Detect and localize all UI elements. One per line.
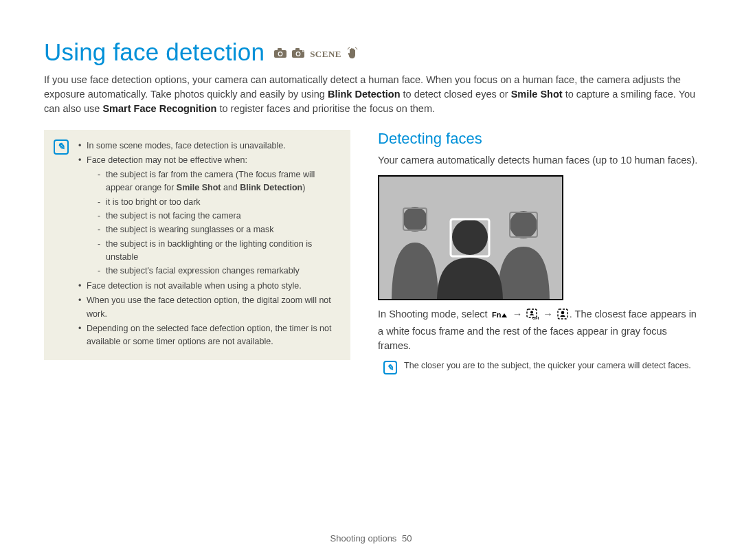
face-detect-icon (557, 309, 568, 324)
mode-icons-row: P SCENE (274, 47, 358, 62)
notes-box: ✎ In some scene modes, face detection is… (44, 130, 350, 360)
svg-point-3 (279, 52, 282, 55)
svg-text:Fn: Fn (492, 311, 502, 319)
note-subitem: the subject is not facing the camera (98, 210, 338, 223)
svg-point-10 (403, 207, 427, 232)
note-icon: ✎ (383, 361, 397, 374)
face-off-icon: OFF (526, 309, 539, 324)
note-item: In some scene modes, face detection is u… (78, 139, 338, 153)
note-item: Face detection is not available when usi… (78, 280, 338, 293)
svg-rect-1 (278, 48, 282, 51)
svg-point-12 (510, 211, 537, 238)
note-icon: ✎ (54, 139, 69, 155)
note-item: Face detection may not be effective when… (78, 154, 338, 278)
svg-point-21 (561, 311, 565, 314)
page-footer: Shooting options 50 (0, 533, 742, 544)
fn-up-icon: Fn (492, 309, 508, 324)
note-subitem: the subject is in backlighting or the li… (98, 238, 338, 265)
note-subitem: the subject's facial expression changes … (98, 265, 338, 278)
note-subitem: it is too bright or too dark (98, 196, 338, 209)
svg-text:OFF: OFF (532, 315, 539, 320)
page-title: Using face detection (44, 38, 265, 66)
svg-text:P: P (302, 49, 304, 53)
svg-point-7 (297, 52, 300, 55)
note-subitem: the subject is far from the camera (The … (98, 168, 338, 195)
section-intro: Your camera automatically detects human … (378, 153, 701, 168)
tip-text: The closer you are to the subject, the q… (404, 361, 691, 370)
scene-icon: SCENE (310, 49, 341, 60)
note-item: Depending on the selected face defection… (78, 322, 338, 349)
camera-icon (274, 48, 286, 60)
hand-icon (347, 47, 358, 62)
intro-paragraph: If you use face detection options, your … (44, 73, 701, 116)
note-item: When you use the face detection option, … (78, 294, 338, 321)
svg-point-14 (452, 219, 488, 255)
svg-rect-5 (295, 48, 300, 51)
section-heading: Detecting faces (378, 130, 701, 148)
svg-point-18 (530, 311, 533, 313)
instruction-text: In Shooting mode, select Fn → OFF → . Th… (378, 307, 701, 354)
tip-note: ✎ The closer you are to the subject, the… (378, 361, 701, 374)
camera-p-icon: P (292, 48, 304, 60)
viewfinder-preview (378, 175, 563, 300)
note-subitem: the subject is wearing sunglasses or a m… (98, 223, 338, 236)
